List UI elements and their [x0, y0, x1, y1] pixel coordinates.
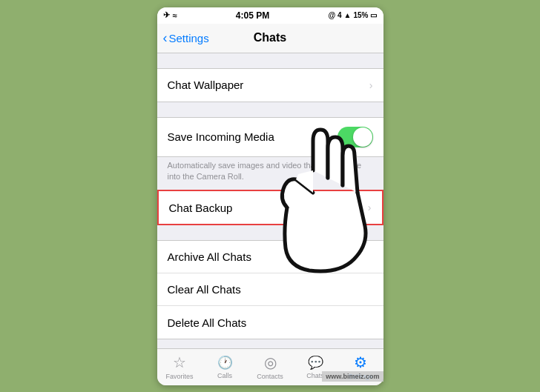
- chevron-icon: ›: [369, 79, 373, 91]
- favorites-label: Favorites: [165, 373, 193, 380]
- save-incoming-media-item[interactable]: Save Incoming Media: [157, 118, 383, 156]
- back-label: Settings: [169, 32, 209, 44]
- chat-wallpaper-right: ›: [369, 79, 373, 91]
- signal-icon: ▲: [344, 11, 352, 19]
- back-chevron-icon: ‹: [163, 31, 168, 44]
- chat-wallpaper-item[interactable]: Chat Wallpaper ›: [157, 69, 383, 102]
- delete-all-chats-item[interactable]: Delete All Chats: [157, 306, 383, 339]
- tab-contacts[interactable]: ◎ Contacts: [248, 353, 293, 380]
- battery-percent: 15%: [353, 11, 368, 19]
- settings-icon: ⚙: [354, 353, 367, 371]
- top-gap: [157, 53, 383, 68]
- chat-backup-label: Chat Backup: [169, 202, 233, 214]
- clear-all-chats-label: Clear All Chats: [168, 283, 241, 296]
- clear-all-chats-item[interactable]: Clear All Chats: [157, 273, 383, 306]
- status-time: 4:05 PM: [236, 10, 269, 21]
- calls-icon: 🕐: [217, 355, 233, 371]
- calls-label: Calls: [217, 372, 232, 379]
- back-button[interactable]: ‹ Settings: [163, 31, 209, 44]
- chat-backup-item[interactable]: Chat Backup ›: [159, 191, 382, 224]
- save-incoming-media-label: Save Incoming Media: [168, 130, 274, 143]
- carrier-text: @ 4: [328, 11, 341, 19]
- chats-icon: 💬: [308, 355, 323, 371]
- nav-bar: ‹ Settings Chats: [157, 24, 383, 53]
- archive-all-chats-label: Archive All Chats: [168, 250, 251, 263]
- chat-wallpaper-label: Chat Wallpaper: [168, 79, 244, 91]
- toggle-knob: [353, 127, 372, 147]
- tab-favorites[interactable]: ☆ Favorites: [157, 353, 202, 380]
- status-bar: ✈ ≈ 4:05 PM @ 4 ▲ 15% ▭: [157, 7, 383, 24]
- save-media-section: Save Incoming Media: [157, 117, 383, 157]
- archive-all-chats-item[interactable]: Archive All Chats: [157, 241, 383, 273]
- save-media-description: Automatically save images and video that…: [157, 157, 383, 190]
- settings-content: Chat Wallpaper › Save Incoming Media Aut…: [157, 53, 383, 348]
- wifi-icon: ≈: [173, 11, 177, 20]
- gap-1: [157, 102, 383, 117]
- bottom-gap: [157, 339, 383, 348]
- save-media-toggle[interactable]: [338, 127, 373, 147]
- chat-backup-right: ›: [368, 202, 372, 213]
- watermark: www.bimeiz.com: [322, 371, 383, 382]
- chats-label: Chats: [306, 372, 324, 379]
- page-title: Chats: [254, 31, 286, 44]
- status-left: ✈ ≈: [163, 10, 177, 20]
- tab-calls[interactable]: 🕐 Calls: [202, 355, 248, 379]
- contacts-label: Contacts: [257, 373, 283, 380]
- favorites-icon: ☆: [173, 353, 186, 371]
- gap-2: [157, 225, 383, 240]
- phone-frame: ✈ ≈ 4:05 PM @ 4 ▲ 15% ▭ ‹ Settings Chats: [157, 7, 383, 385]
- chats-actions-section: Archive All Chats Clear All Chats Delete…: [157, 240, 383, 339]
- battery-icon: ▭: [370, 11, 377, 19]
- chat-wallpaper-section: Chat Wallpaper ›: [157, 68, 383, 102]
- chevron-icon: ›: [368, 202, 372, 213]
- airplane-icon: ✈: [163, 10, 170, 20]
- chat-backup-section: Chat Backup ›: [157, 190, 383, 225]
- status-right: @ 4 ▲ 15% ▭: [328, 11, 377, 19]
- delete-all-chats-label: Delete All Chats: [168, 316, 247, 329]
- contacts-icon: ◎: [264, 353, 277, 371]
